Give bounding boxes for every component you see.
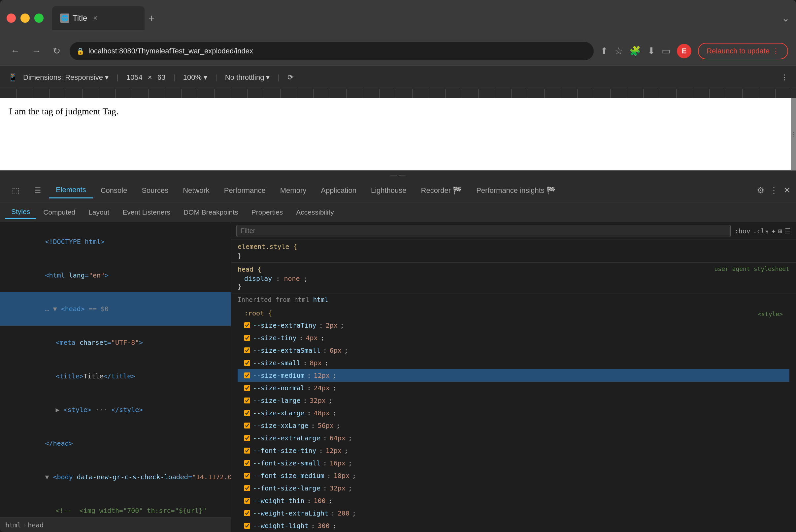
new-tab-button[interactable]: + <box>146 10 158 27</box>
stab-styles-label: Styles <box>11 208 30 215</box>
tab-recorder[interactable]: Recorder 🏁 <box>415 183 469 198</box>
page-resize-handle[interactable]: ⋮ <box>791 98 796 170</box>
downloads-icon[interactable]: ⬇ <box>648 45 655 56</box>
extensions-icon[interactable]: 🧩 <box>629 45 641 56</box>
zoom-selector[interactable]: 100% ▾ <box>183 73 207 82</box>
rotate-button[interactable]: ⟳ <box>287 73 293 82</box>
tab-application[interactable]: Application <box>314 183 363 198</box>
stab-accessibility[interactable]: Accessibility <box>290 206 340 219</box>
dom-line-meta[interactable]: <meta charset="UTF-8"> <box>0 326 231 359</box>
css-var-checkbox[interactable] <box>244 335 250 341</box>
css-var-checkbox[interactable] <box>244 460 250 466</box>
new-style-rule-icon[interactable]: ⊞ <box>778 227 782 235</box>
css-var-row: --size-xLarge : 48px ; <box>238 407 790 419</box>
dom-line-html[interactable]: <html lang="en"> <box>0 259 231 292</box>
relaunch-button[interactable]: Relaunch to update ⋮ <box>698 43 788 59</box>
dom-line-body[interactable]: ▼ <body data-new-gr-c-s-check-loaded="14… <box>0 460 231 494</box>
tab-console[interactable]: Console <box>94 183 134 198</box>
css-var-checkbox[interactable] <box>244 498 250 504</box>
height-input[interactable]: 63 <box>158 73 165 82</box>
css-var-checkbox[interactable] <box>244 347 250 353</box>
user-avatar[interactable]: E <box>677 44 691 58</box>
css-var-name: --weight-extraLight <box>253 508 328 519</box>
tab-network[interactable]: Network <box>176 183 216 198</box>
active-tab[interactable]: 🌐 Title × <box>52 6 145 30</box>
stab-properties[interactable]: Properties <box>246 206 289 219</box>
css-var-row: --size-normal : 24px ; <box>238 382 790 394</box>
hov-button[interactable]: :hov <box>735 227 750 235</box>
root-rule-header: :root { <style> <box>238 307 790 319</box>
css-var-checkbox[interactable] <box>244 410 250 416</box>
settings-icon[interactable]: ⚙ <box>757 185 764 195</box>
tab-list-button[interactable]: ⌄ <box>782 13 790 24</box>
stab-computed[interactable]: Computed <box>37 206 81 219</box>
drag-handle[interactable]: — — <box>0 171 796 179</box>
back-button[interactable]: ← <box>8 43 22 59</box>
share-icon[interactable]: ⬆ <box>600 45 608 56</box>
styles-filter-input[interactable] <box>236 225 731 237</box>
dimensions-selector[interactable]: Dimensions: Responsive ▾ <box>23 73 109 82</box>
tab-application-label: Application <box>321 186 357 195</box>
tab-memory[interactable]: Memory <box>274 183 313 198</box>
dom-line-head-close[interactable]: </head> <box>0 426 231 460</box>
devtools-close-icon[interactable]: ✕ <box>783 185 791 195</box>
breadcrumb-html[interactable]: html <box>5 521 21 529</box>
throttle-selector[interactable]: No throttling ▾ <box>225 73 270 82</box>
stab-event-listeners-label: Event Listeners <box>123 208 170 216</box>
more-options-button[interactable]: ⋮ <box>781 73 788 82</box>
page-text: I am the tag of judgment Tag. <box>9 106 119 117</box>
dom-line-head[interactable]: … ▼ <head> == $0 <box>0 292 231 326</box>
stab-event-listeners[interactable]: Event Listeners <box>116 206 176 219</box>
css-var-checkbox[interactable] <box>244 373 250 378</box>
tab-elements[interactable]: Elements <box>49 182 93 198</box>
css-var-value: 24px <box>314 382 330 394</box>
css-var-checkbox[interactable] <box>244 422 250 429</box>
css-var-checkbox[interactable] <box>244 485 250 491</box>
devtools-body: <!DOCTYPE html> <html lang="en"> … ▼ <he… <box>0 222 796 532</box>
dom-line-doctype[interactable]: <!DOCTYPE html> <box>0 225 231 259</box>
width-input[interactable]: 1054 <box>126 73 143 82</box>
tab-close-button[interactable]: × <box>93 14 97 22</box>
cls-button[interactable]: .cls <box>753 227 769 235</box>
tab-performance[interactable]: Performance <box>217 183 272 198</box>
css-var-name: --weight-light <box>253 520 309 531</box>
css-var-checkbox[interactable] <box>244 510 250 516</box>
head-rule: user agent stylesheet head { display : n… <box>231 263 796 293</box>
dom-line-style[interactable]: ▶ <style> ··· </style> <box>0 393 231 426</box>
close-traffic-light[interactable] <box>6 14 16 23</box>
computed-sidebar-icon[interactable]: ☰ <box>785 227 791 235</box>
css-var-checkbox[interactable] <box>244 448 250 454</box>
css-var-checkbox[interactable] <box>244 435 250 441</box>
traffic-lights <box>6 14 43 23</box>
css-var-checkbox[interactable] <box>244 360 250 366</box>
css-var-name: --font-size-large <box>253 482 321 494</box>
css-var-checkbox[interactable] <box>244 473 250 479</box>
css-var-checkbox[interactable] <box>244 322 250 328</box>
css-var-checkbox[interactable] <box>244 523 250 529</box>
minimize-traffic-light[interactable] <box>20 14 30 23</box>
maximize-traffic-light[interactable] <box>34 14 43 23</box>
tab-perfinsights[interactable]: Performance insights 🏁 <box>470 183 562 198</box>
forward-button[interactable]: → <box>29 43 43 59</box>
add-style-button[interactable]: + <box>772 227 776 235</box>
devtools-more-icon[interactable]: ⋮ <box>770 185 778 195</box>
toolbar-sep1: | <box>116 73 119 82</box>
address-input[interactable]: 🔒 localhost:8080/ThymeleafTest_war_explo… <box>70 42 594 60</box>
tab-lighthouse[interactable]: Lighthouse <box>364 183 413 198</box>
stab-dom-breakpoints[interactable]: DOM Breakpoints <box>178 206 244 219</box>
sidebar-icon[interactable]: ▭ <box>662 45 670 56</box>
devtools-inspect-icon[interactable]: ☰ <box>28 183 48 198</box>
css-var-value: 4px <box>306 332 318 343</box>
css-var-value: 200 <box>338 508 349 519</box>
css-var-checkbox[interactable] <box>244 385 250 391</box>
stab-styles[interactable]: Styles <box>5 205 36 219</box>
dom-line-title[interactable]: <title>Title</title> <box>0 359 231 393</box>
css-var-checkbox[interactable] <box>244 398 250 403</box>
breadcrumb-head[interactable]: head <box>28 521 43 529</box>
tab-sources[interactable]: Sources <box>135 183 175 198</box>
devtools-selector-icon[interactable]: ⬚ <box>5 183 26 198</box>
bookmark-icon[interactable]: ☆ <box>615 45 623 56</box>
refresh-button[interactable]: ↻ <box>50 43 63 59</box>
stab-layout[interactable]: Layout <box>83 206 115 219</box>
url-text: localhost:8080/ThymeleafTest_war_explode… <box>88 47 587 55</box>
